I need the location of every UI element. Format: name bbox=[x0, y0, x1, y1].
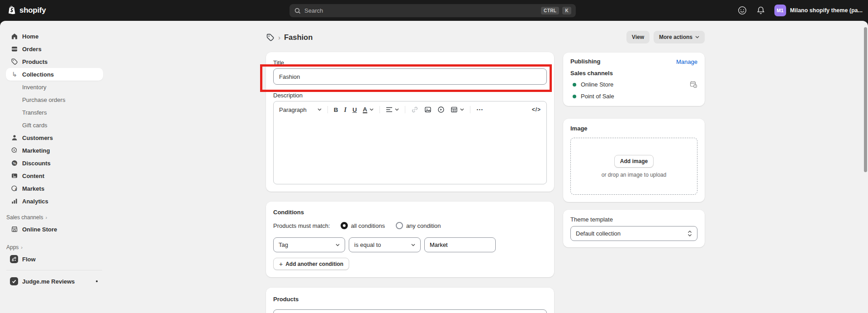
underline-button[interactable]: U bbox=[352, 106, 357, 113]
insert-table-button[interactable] bbox=[451, 106, 464, 113]
chevron-down-icon bbox=[411, 244, 415, 246]
sidebar-item-customers[interactable]: Customers bbox=[0, 131, 109, 144]
sidebar-item-judgeme-reviews[interactable]: Judge.me Reviews bbox=[0, 275, 109, 288]
sidebar-item-label: Discounts bbox=[22, 160, 51, 167]
schedule-calendar-icon[interactable] bbox=[690, 81, 697, 88]
editor-toolbar: Paragraph B I U A bbox=[274, 101, 546, 118]
drop-hint-text: or drop an image to upload bbox=[602, 172, 666, 178]
add-condition-button[interactable]: + Add another condition bbox=[273, 258, 349, 270]
radio-unselected-icon bbox=[396, 222, 403, 229]
text-color-button[interactable]: A bbox=[363, 106, 374, 113]
discount-badge-icon: % bbox=[11, 159, 18, 167]
storefront-icon bbox=[11, 226, 18, 233]
sidebar-item-home[interactable]: Home bbox=[0, 30, 109, 43]
sales-channels-subheading: Sales channels bbox=[570, 70, 697, 77]
sidebar-item-analytics[interactable]: Analytics bbox=[0, 195, 109, 207]
text-color-glyph: A bbox=[363, 106, 367, 113]
match-label: Products must match: bbox=[273, 222, 330, 229]
radio-selected-icon bbox=[341, 222, 348, 229]
manage-link[interactable]: Manage bbox=[676, 58, 697, 65]
view-button-label: View bbox=[632, 34, 644, 40]
page-header: › Fashion View More actions bbox=[266, 31, 705, 43]
sidebar-item-online-store[interactable]: Online Store bbox=[0, 223, 109, 236]
publishing-heading: Publishing bbox=[570, 58, 600, 65]
sidebar-item-flow[interactable]: Flow bbox=[0, 253, 109, 265]
image-dropzone[interactable]: Add image or drop an image to upload bbox=[570, 138, 697, 195]
sidebar-item-inventory[interactable]: Inventory bbox=[0, 81, 109, 93]
paragraph-style-select[interactable]: Paragraph bbox=[279, 106, 322, 113]
sidebar-item-gift-cards[interactable]: Gift cards bbox=[0, 119, 109, 131]
more-actions-label: More actions bbox=[659, 34, 693, 40]
sidebar-item-label: Judge.me Reviews bbox=[22, 278, 75, 285]
sidebar-item-label: Analytics bbox=[22, 198, 48, 205]
publishing-card: Publishing Manage Sales channels Online … bbox=[563, 53, 705, 106]
global-search-input[interactable]: Search CTRL K bbox=[289, 4, 576, 17]
condition-field-select[interactable]: Tag bbox=[273, 237, 345, 252]
sidebar-item-markets[interactable]: $ Markets bbox=[0, 182, 109, 195]
notifications-bell-icon[interactable] bbox=[756, 6, 765, 15]
products-card: Products bbox=[266, 288, 554, 313]
theme-template-select[interactable]: Default collection bbox=[570, 226, 697, 241]
any-condition-radio[interactable]: any condition bbox=[396, 222, 441, 229]
table-icon bbox=[451, 106, 458, 113]
description-editor[interactable]: Paragraph B I U A bbox=[273, 101, 547, 184]
app-status-dot bbox=[96, 280, 98, 282]
sidebar-item-label: Online Store bbox=[22, 226, 57, 233]
sidebar-item-label: Purchase orders bbox=[22, 96, 65, 103]
sidebar-item-label: Markets bbox=[22, 185, 44, 192]
sidebar-item-purchase-orders[interactable]: Purchase orders bbox=[0, 93, 109, 106]
tag-icon bbox=[11, 58, 18, 65]
sidebar-item-label: Products bbox=[22, 58, 47, 65]
more-actions-button[interactable]: More actions bbox=[654, 31, 705, 43]
user-menu[interactable]: M1 Milano shopify theme (pa... bbox=[774, 5, 863, 16]
vertical-scrollbar[interactable] bbox=[864, 27, 867, 172]
italic-button[interactable]: I bbox=[344, 106, 346, 114]
title-input[interactable] bbox=[273, 68, 547, 85]
code-view-button[interactable]: </> bbox=[532, 106, 541, 113]
description-textarea[interactable] bbox=[274, 118, 546, 185]
active-status-dot bbox=[573, 95, 576, 98]
chevron-down-icon bbox=[460, 108, 464, 111]
bar-chart-icon bbox=[11, 197, 18, 205]
conditions-heading: Conditions bbox=[273, 209, 547, 216]
insert-link-button[interactable] bbox=[411, 106, 418, 113]
insert-video-button[interactable] bbox=[437, 106, 445, 113]
alignment-button[interactable] bbox=[386, 107, 399, 112]
products-search-input[interactable] bbox=[273, 309, 547, 313]
collection-tag-icon[interactable] bbox=[266, 33, 275, 42]
sidebar-item-discounts[interactable]: % Discounts bbox=[0, 157, 109, 169]
search-placeholder: Search bbox=[304, 7, 538, 14]
sidebar-item-collections[interactable]: ↳ Collections bbox=[6, 68, 103, 81]
sales-channels-label: Sales channels bbox=[6, 214, 43, 221]
svg-text:%: % bbox=[13, 161, 16, 165]
sidebar-item-label: Orders bbox=[22, 46, 42, 53]
chevron-down-icon bbox=[395, 108, 399, 111]
chevron-down-icon bbox=[318, 108, 322, 111]
all-conditions-radio[interactable]: all conditions bbox=[341, 222, 385, 229]
apps-header[interactable]: Apps › bbox=[0, 242, 109, 253]
sidebar-item-label: Gift cards bbox=[22, 122, 47, 129]
shopify-logo[interactable]: shopify bbox=[8, 5, 107, 15]
sidebar-item-label: Inventory bbox=[22, 84, 46, 91]
view-button[interactable]: View bbox=[626, 31, 650, 43]
sidebar-item-marketing[interactable]: Marketing bbox=[0, 144, 109, 157]
sidebar-item-orders[interactable]: Orders bbox=[0, 43, 109, 55]
sales-channels-header[interactable]: Sales channels › bbox=[0, 212, 109, 223]
theme-template-value: Default collection bbox=[576, 230, 621, 237]
condition-operator-select[interactable]: is equal to bbox=[349, 237, 421, 252]
more-formatting-button[interactable]: ⋯ bbox=[476, 106, 484, 114]
condition-value-input[interactable] bbox=[424, 237, 496, 252]
plus-icon: + bbox=[279, 260, 283, 268]
active-status-dot bbox=[573, 83, 576, 87]
title-label: Title bbox=[273, 59, 547, 67]
sidebar-item-products[interactable]: Products bbox=[0, 55, 109, 68]
title-description-card: Title Description Paragraph B I U A bbox=[266, 52, 554, 192]
insert-image-button[interactable] bbox=[424, 106, 432, 113]
sidekick-assistant-icon[interactable] bbox=[737, 5, 747, 15]
add-image-button[interactable]: Add image bbox=[614, 155, 654, 168]
conditions-card: Conditions Products must match: all cond… bbox=[266, 202, 554, 277]
sidebar-item-content[interactable]: Content bbox=[0, 169, 109, 182]
bold-button[interactable]: B bbox=[334, 106, 338, 113]
sidebar-item-transfers[interactable]: Transfers bbox=[0, 106, 109, 119]
chevron-down-icon bbox=[695, 36, 699, 39]
